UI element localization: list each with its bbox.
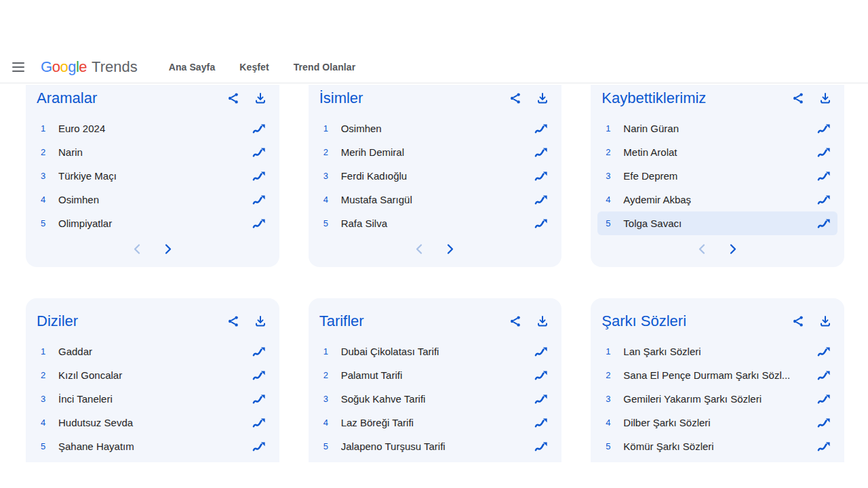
rank-number: 4 — [41, 418, 58, 428]
next-page-button[interactable] — [159, 240, 177, 258]
list-item[interactable]: 1 Dubai Çikolatası Tarifi — [315, 340, 555, 363]
list-item[interactable]: 1 Narin Güran — [597, 117, 837, 140]
download-button[interactable] — [252, 313, 269, 329]
list-item[interactable]: 2 Metin Arolat — [597, 140, 837, 164]
hamburger-menu-icon[interactable] — [12, 62, 27, 73]
trend-label: Jalapeno Turşusu Tarifi — [341, 441, 535, 452]
card-title: Aramalar — [37, 89, 225, 107]
rank-number: 2 — [323, 370, 341, 380]
download-icon — [818, 314, 832, 328]
trend-icon-wrap — [817, 171, 831, 182]
trend-label: Şahane Hayatım — [58, 441, 252, 452]
share-button[interactable] — [790, 313, 806, 329]
card-sarki-sozleri: Şarkı Sözleri 1 Lan Şarkı Sözleri — [591, 298, 844, 462]
list-item[interactable]: 4 Mustafa Sarıgül — [315, 188, 555, 211]
rank-number: 3 — [323, 394, 341, 404]
trend-label: Narin — [58, 146, 252, 158]
next-page-button[interactable] — [724, 240, 742, 258]
trend-icon-wrap — [817, 441, 831, 452]
list-item[interactable]: 2 Narin — [33, 140, 273, 164]
list-item[interactable]: 4 Laz Böreği Tarifi — [315, 411, 555, 434]
trending-up-icon — [252, 370, 266, 381]
list-item[interactable]: 2 Merih Demiral — [315, 140, 555, 164]
list-item[interactable]: 4 Dilber Şarkı Sözleri — [597, 411, 837, 434]
list-item-highlighted[interactable]: 5 Tolga Savacı — [597, 211, 837, 235]
rank-number: 1 — [323, 346, 341, 357]
list-item[interactable]: 5 Şahane Hayatım — [33, 434, 273, 458]
card-title: Tarifler — [319, 312, 508, 330]
list-item[interactable]: 5 Jalapeno Turşusu Tarifi — [315, 434, 555, 458]
download-button[interactable] — [534, 90, 551, 106]
next-page-button[interactable] — [441, 240, 459, 258]
prev-page-button[interactable] — [410, 240, 428, 258]
list-item[interactable]: 2 Kızıl Goncalar — [33, 363, 273, 387]
list-item[interactable]: 4 Hudutsuz Sevda — [33, 411, 273, 434]
download-icon — [254, 314, 267, 328]
trend-icon-wrap — [534, 123, 548, 134]
download-button[interactable] — [252, 90, 269, 106]
list-item[interactable]: 5 Rafa Silva — [315, 211, 555, 235]
rank-number: 2 — [41, 147, 58, 157]
list-item[interactable]: 1 Osimhen — [315, 117, 555, 140]
trend-icon-wrap — [534, 218, 548, 229]
trending-up-icon — [252, 123, 266, 134]
list-item[interactable]: 3 Gemileri Yakarım Şarkı Sözleri — [597, 387, 837, 411]
trending-up-icon — [534, 171, 548, 182]
prev-page-button[interactable] — [128, 240, 146, 258]
trend-label: Kömür Şarkı Sözleri — [623, 441, 817, 452]
trend-icon-wrap — [817, 195, 831, 205]
download-button[interactable] — [817, 90, 833, 106]
rank-number: 2 — [41, 370, 58, 380]
share-button[interactable] — [507, 90, 524, 106]
trend-icon-wrap — [252, 195, 266, 205]
trend-label: Hudutsuz Sevda — [58, 417, 252, 428]
list-item[interactable]: 4 Aydemir Akbaş — [597, 188, 837, 211]
trend-icon-wrap — [534, 346, 548, 357]
list-item[interactable]: 4 Osimhen — [33, 188, 273, 211]
list-item[interactable]: 1 Gaddar — [33, 340, 273, 363]
trending-up-icon — [817, 370, 831, 381]
list-item[interactable]: 1 Lan Şarkı Sözleri — [597, 340, 837, 363]
trending-up-icon — [252, 147, 266, 158]
list-item[interactable]: 5 Olimpiyatlar — [33, 211, 273, 235]
card-title: Diziler — [37, 312, 225, 330]
trending-up-icon — [817, 346, 831, 357]
trend-label: Olimpiyatlar — [58, 218, 252, 229]
trend-icon-wrap — [817, 418, 831, 428]
download-button[interactable] — [817, 313, 833, 329]
list-item[interactable]: 3 Ferdi Kadıoğlu — [315, 164, 555, 188]
trend-list: 1 Lan Şarkı Sözleri 2 Sana El Pençe Durm… — [601, 340, 833, 458]
list-item[interactable]: 5 Kömür Şarkı Sözleri — [597, 434, 837, 458]
list-item[interactable]: 3 İnci Taneleri — [33, 387, 273, 411]
list-item[interactable]: 3 Soğuk Kahve Tarifi — [315, 387, 555, 411]
rank-number: 3 — [323, 171, 341, 181]
rank-number: 1 — [606, 123, 623, 134]
share-button[interactable] — [790, 90, 806, 106]
list-item[interactable]: 3 Efe Deprem — [597, 164, 837, 188]
rank-number: 4 — [323, 418, 341, 428]
rank-number: 3 — [41, 171, 58, 181]
nav-item-trend-olanlar[interactable]: Trend Olanlar — [294, 62, 356, 73]
nav-item-ana-sayfa[interactable]: Ana Sayfa — [169, 62, 216, 73]
list-item[interactable]: 1 Euro 2024 — [33, 117, 273, 140]
share-button[interactable] — [225, 90, 241, 106]
list-item[interactable]: 2 Palamut Tarifi — [315, 363, 555, 387]
trending-up-icon — [817, 441, 831, 452]
trend-icon-wrap — [252, 218, 266, 229]
download-button[interactable] — [534, 313, 551, 329]
rank-number: 3 — [606, 394, 623, 404]
trend-icon-wrap — [534, 147, 548, 158]
trending-up-icon — [534, 218, 548, 229]
trend-icon-wrap — [252, 171, 266, 182]
trend-icon-wrap — [534, 370, 548, 381]
trending-up-icon — [252, 418, 266, 428]
prev-page-button[interactable] — [693, 240, 711, 258]
share-button[interactable] — [225, 313, 241, 329]
nav-item-kesfet[interactable]: Keşfet — [239, 62, 269, 73]
google-trends-logo[interactable]: Google Trends — [41, 58, 138, 76]
rank-number: 5 — [606, 441, 623, 451]
list-item[interactable]: 3 Türkiye Maçı — [33, 164, 273, 188]
share-button[interactable] — [507, 313, 524, 329]
trend-label: Sana El Pençe Durmam Şarkı Sözl... — [623, 369, 817, 381]
list-item[interactable]: 2 Sana El Pençe Durmam Şarkı Sözl... — [597, 363, 837, 387]
